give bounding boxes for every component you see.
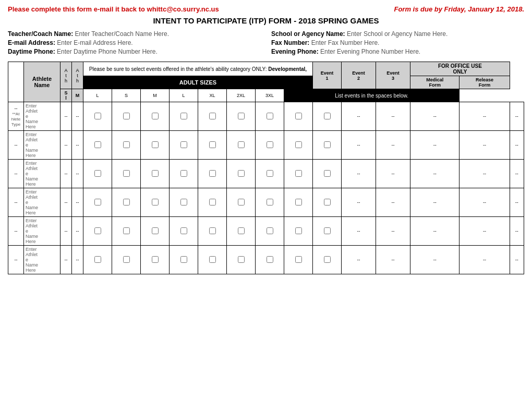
checkbox-cell-3[interactable] (170, 246, 198, 274)
daytime-label: Daytime Phone: (8, 48, 55, 55)
table-row: --EnterAthleteNameHere-------------- (8, 131, 524, 160)
row-label-cell: -- (8, 131, 24, 160)
medical-header: MedicalForm (410, 76, 460, 89)
fax-row: Fax Number: Enter Fax Number Here. (271, 39, 524, 46)
checkbox-cell-2[interactable] (141, 131, 170, 160)
checkbox-cell-2[interactable] (141, 160, 170, 188)
checkbox-cell-3[interactable] (170, 131, 198, 160)
row-label-cell: --**AthleteType (8, 102, 24, 131)
checkbox-cell-1[interactable] (112, 246, 141, 274)
checkbox-cell-5[interactable] (227, 217, 256, 246)
checkbox-cell-2[interactable] (141, 246, 170, 274)
event3-cell: -- (410, 188, 460, 217)
checkbox-cell-1[interactable] (112, 131, 141, 160)
checkbox-cell-2[interactable] (141, 217, 170, 246)
checkbox-cell-3xl[interactable] (313, 217, 342, 246)
checkbox-cell-1[interactable] (112, 217, 141, 246)
checkbox-cell-7[interactable] (284, 188, 313, 217)
checkbox-cell-3xl[interactable] (313, 246, 342, 274)
checkbox-cell-0[interactable] (83, 131, 112, 160)
info-grid: Teacher/Coach Name: Enter Teacher/Coach … (8, 30, 524, 55)
event2-header: Event2 (342, 62, 376, 89)
checkbox-cell-7[interactable] (284, 131, 313, 160)
checkbox-cell-3[interactable] (170, 217, 198, 246)
checkbox-cell-3xl[interactable] (313, 102, 342, 131)
header-row-2: ADULT SIZES MedicalForm ReleaseForm (8, 76, 524, 89)
athlete-name-cell: EnterAthleteNameHere (24, 217, 61, 246)
medical-cell: -- (460, 102, 510, 131)
checkbox-cell-3xl[interactable] (313, 188, 342, 217)
checkbox-cell-4[interactable] (198, 217, 227, 246)
ath-col-header: Ath (61, 62, 72, 89)
checkbox-cell-5[interactable] (227, 160, 256, 188)
school-label: School or Agency Name: (271, 30, 345, 38)
checkbox-cell-6[interactable] (256, 160, 284, 188)
event3-cell: -- (410, 102, 460, 131)
checkbox-cell-7[interactable] (284, 102, 313, 131)
checkbox-cell-3[interactable] (170, 160, 198, 188)
checkbox-cell-5[interactable] (227, 102, 256, 131)
sl-value-cell: -- (72, 160, 83, 188)
daytime-row: Daytime Phone: Enter Daytime Phone Numbe… (8, 48, 261, 55)
sl-value-cell: -- (72, 102, 83, 131)
checkbox-cell-2[interactable] (141, 188, 170, 217)
header-top: Please complete this form e-mail it back… (8, 5, 524, 13)
athlete-name-cell: EnterAthleteNameHere (24, 160, 61, 188)
checkbox-cell-0[interactable] (83, 188, 112, 217)
checkbox-cell-4[interactable] (198, 188, 227, 217)
checkbox-cell-4[interactable] (198, 102, 227, 131)
checkbox-cell-4[interactable] (198, 131, 227, 160)
checkbox-cell-6[interactable] (256, 246, 284, 274)
email-value: Enter E-mail Address Here. (57, 39, 132, 46)
checkbox-cell-3xl[interactable] (313, 160, 342, 188)
teacher-row: Teacher/Coach Name: Enter Teacher/Coach … (8, 30, 261, 38)
table-body: --**AthleteTypeEnterAthleteNameHere-----… (8, 102, 524, 274)
medical-cell: -- (460, 160, 510, 188)
checkbox-cell-1[interactable] (112, 188, 141, 217)
checkbox-cell-7[interactable] (284, 246, 313, 274)
sl-value-cell: -- (72, 246, 83, 274)
release-cell: -- (510, 131, 524, 160)
checkbox-cell-4[interactable] (198, 160, 227, 188)
ath-value-cell: -- (61, 131, 72, 160)
event1-cell: -- (342, 102, 376, 131)
checkbox-cell-5[interactable] (227, 246, 256, 274)
evening-value: Enter Evening Phone Number Here. (320, 48, 420, 55)
checkbox-cell-3[interactable] (170, 188, 198, 217)
table-row: --EnterAthleteNameHere-------------- (8, 188, 524, 217)
checkbox-cell-7[interactable] (284, 217, 313, 246)
checkbox-cell-5[interactable] (227, 188, 256, 217)
checkbox-cell-2[interactable] (141, 102, 170, 131)
checkbox-cell-4[interactable] (198, 246, 227, 274)
row-label-cell: -- (8, 217, 24, 246)
table-row: --EnterAthleteNameHere-------------- (8, 160, 524, 188)
checkbox-cell-0[interactable] (83, 246, 112, 274)
checkbox-cell-0[interactable] (83, 217, 112, 246)
header-row-1: Athlete Name Ath Ath Please be sure to s… (8, 62, 524, 76)
checkbox-cell-6[interactable] (256, 188, 284, 217)
checkbox-cell-6[interactable] (256, 131, 284, 160)
checkbox-cell-7[interactable] (284, 160, 313, 188)
checkbox-cell-1[interactable] (112, 102, 141, 131)
ath-value-cell: -- (61, 217, 72, 246)
checkbox-cell-0[interactable] (83, 160, 112, 188)
checkbox-cell-3[interactable] (170, 102, 198, 131)
athlete-name-cell: EnterAthleteNameHere (24, 102, 61, 131)
email-instruction: Please complete this form e-mail it back… (8, 5, 219, 13)
daytime-value: Enter Daytime Phone Number Here. (57, 48, 158, 55)
checkbox-cell-1[interactable] (112, 160, 141, 188)
event1-cell: -- (342, 131, 376, 160)
event2-cell: -- (376, 217, 410, 246)
checkbox-cell-0[interactable] (83, 102, 112, 131)
teacher-value: Enter Teacher/Coach Name Here. (75, 30, 170, 38)
athlete-name-cell: EnterAthleteNameHere (24, 246, 61, 274)
email-row: E-mail Address: Enter E-mail Address Her… (8, 39, 261, 46)
checkbox-cell-6[interactable] (256, 102, 284, 131)
checkbox-cell-6[interactable] (256, 217, 284, 246)
size-xl-header: XL (198, 89, 227, 102)
checkbox-cell-3xl[interactable] (313, 131, 342, 160)
list-events-cell: List events in the spaces below. (284, 89, 460, 102)
size-l2-header: L (170, 89, 198, 102)
checkbox-cell-5[interactable] (227, 131, 256, 160)
evening-label: Evening Phone: (271, 48, 319, 55)
